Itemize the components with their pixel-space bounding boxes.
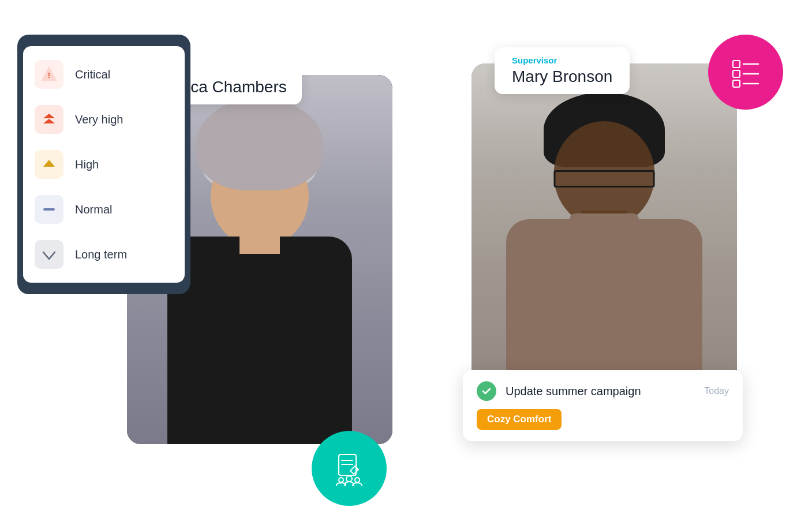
high-label: High: [75, 158, 99, 171]
task-date: Today: [704, 386, 729, 396]
task-tag-container: Cozy Comfort: [477, 409, 729, 430]
critical-label: Critical: [75, 68, 110, 81]
supervisor-name: Mary Bronson: [512, 67, 612, 86]
supervisor-role-label: Supervisor: [512, 55, 612, 65]
team-icon: [332, 451, 366, 486]
task-tag: Cozy Comfort: [477, 409, 562, 430]
very-high-label: Very high: [75, 113, 123, 126]
long-term-label: Long term: [75, 248, 127, 261]
teal-team-circle: [312, 431, 387, 506]
svg-rect-3: [733, 70, 740, 77]
task-card: Update summer campaign Today Cozy Comfor…: [463, 370, 743, 441]
critical-icon: !: [35, 60, 63, 89]
main-scene: ! Critical Very high: [0, 0, 812, 529]
svg-point-14: [355, 478, 360, 482]
priority-list: ! Critical Very high: [23, 46, 185, 283]
high-icon: [35, 150, 63, 179]
mary-photo-card: Supervisor Mary Bronson Update summer ca…: [472, 63, 737, 404]
priority-item-very-high[interactable]: Very high: [23, 97, 185, 142]
svg-rect-2: [733, 61, 740, 67]
svg-text:!: !: [48, 71, 50, 80]
priority-panel: ! Critical Very high: [17, 35, 190, 294]
svg-point-12: [339, 478, 343, 482]
long-term-icon: [35, 240, 63, 269]
very-high-icon: [35, 105, 63, 134]
svg-rect-1: [43, 208, 55, 211]
pink-checklist-circle: [708, 35, 783, 110]
priority-item-long-term[interactable]: Long term: [23, 232, 185, 277]
task-title: Update summer campaign: [506, 385, 695, 398]
checklist-icon: [728, 55, 763, 89]
normal-label: Normal: [75, 203, 112, 216]
task-row: Update summer campaign Today: [477, 381, 729, 401]
svg-rect-4: [733, 80, 740, 87]
check-icon: [477, 381, 496, 401]
svg-point-13: [346, 476, 352, 482]
priority-item-critical[interactable]: ! Critical: [23, 52, 185, 97]
priority-item-normal[interactable]: Normal: [23, 187, 185, 232]
priority-item-high[interactable]: High: [23, 142, 185, 187]
normal-icon: [35, 195, 63, 224]
supervisor-badge: Supervisor Mary Bronson: [495, 47, 630, 94]
